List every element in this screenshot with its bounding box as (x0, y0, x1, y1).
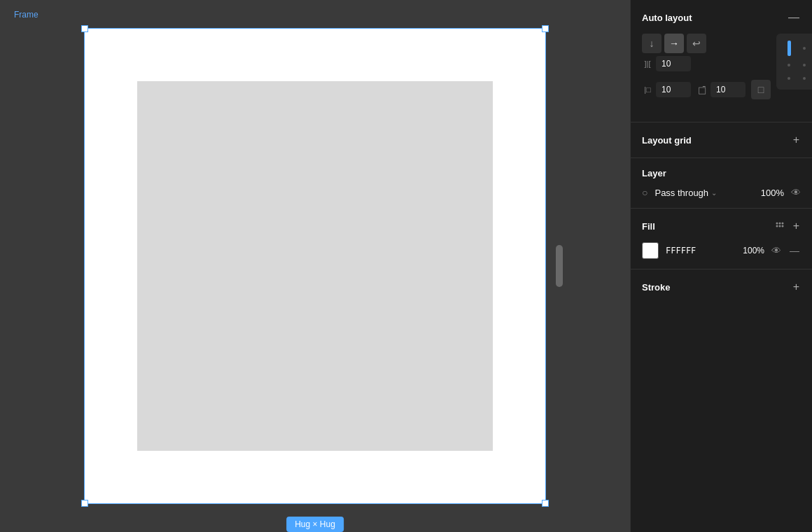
layer-controls-row: ○ Pass through ⌄ 100% 👁 (642, 187, 801, 198)
layer-header: Layer (642, 168, 801, 178)
layout-grid-title: Layout grid (642, 135, 692, 146)
frame-container: Hug × Hug (84, 28, 546, 504)
opacity-value: 100% (761, 188, 784, 198)
gap-row: ]|[ (642, 56, 771, 71)
frame-outer[interactable] (84, 28, 546, 504)
fill-controls-row: FFFFFF 100% 👁 — (642, 242, 801, 259)
auto-layout-title: Auto layout (642, 13, 692, 23)
wrap-icon: ↩ (692, 38, 701, 49)
direction-right-button[interactable]: → (664, 34, 684, 53)
padding-top-group: □̄ (696, 82, 746, 97)
stroke-header: Stroke + (642, 279, 801, 295)
fill-remove-button[interactable]: — (788, 244, 801, 258)
layout-grid-add-button[interactable]: + (792, 132, 801, 148)
padding-left-group: |□ (642, 82, 691, 97)
gap-input[interactable] (656, 56, 691, 71)
fill-visibility-icon[interactable]: 👁 (771, 245, 781, 256)
scroll-indicator[interactable] (556, 245, 563, 287)
svg-point-5 (781, 225, 783, 227)
layer-title: Layer (642, 168, 666, 178)
hug-label: Hug × Hug (286, 517, 344, 532)
arrow-right-icon: → (669, 38, 679, 49)
handle-top-right[interactable] (542, 25, 549, 32)
layer-section: Layer ○ Pass through ⌄ 100% 👁 (631, 158, 812, 209)
padding-top-icon: □̄ (696, 85, 708, 95)
svg-point-2 (781, 223, 783, 225)
padding-left-input[interactable] (656, 82, 691, 97)
svg-point-0 (776, 223, 778, 225)
canvas: Frame Hug × Hug (0, 0, 630, 532)
stroke-add-button[interactable]: + (792, 279, 801, 295)
direction-down-button[interactable]: ↓ (642, 34, 662, 53)
handle-bottom-right[interactable] (542, 500, 549, 507)
frame-label: Frame (14, 10, 38, 20)
fill-style-button[interactable] (774, 220, 786, 232)
blend-circle-icon: ○ (642, 187, 648, 198)
gap-icon: ]|[ (642, 59, 653, 68)
alignment-grid[interactable] (776, 34, 812, 90)
chevron-down-icon: ⌄ (711, 189, 717, 197)
plus-icon: + (793, 220, 799, 232)
auto-layout-header: Auto layout — (642, 10, 801, 25)
layout-grid-header: Layout grid + (642, 132, 801, 148)
plus-icon: + (793, 281, 799, 293)
handle-bottom-left[interactable] (81, 500, 88, 507)
fill-header: Fill + (642, 218, 801, 234)
fill-section: Fill + FFFFFF (631, 209, 812, 270)
frame-inner-content (137, 81, 493, 451)
plus-icon: + (793, 134, 799, 146)
svg-point-1 (778, 223, 780, 225)
minus-icon: — (788, 11, 799, 24)
stroke-section: Stroke + (631, 270, 812, 304)
gap-input-group: ]|[ (642, 56, 771, 71)
visibility-eye-icon[interactable]: 👁 (791, 187, 801, 198)
blend-mode-dropdown[interactable]: Pass through ⌄ (654, 188, 753, 198)
arrow-down-icon: ↓ (650, 38, 654, 49)
fill-title: Fill (642, 221, 655, 232)
blend-mode-label: Pass through (654, 188, 708, 198)
svg-point-4 (778, 225, 780, 227)
fill-color-swatch[interactable] (642, 242, 659, 259)
fill-color-hex: FFFFFF (666, 246, 736, 255)
dots-grid-icon (775, 221, 785, 231)
padding-more-button[interactable]: □ (751, 80, 771, 99)
auto-layout-collapse-button[interactable]: — (787, 10, 801, 25)
handle-top-left[interactable] (81, 25, 88, 32)
svg-point-3 (776, 225, 778, 227)
wrap-button[interactable]: ↩ (687, 34, 706, 53)
stroke-title: Stroke (642, 282, 670, 293)
padding-row: |□ □̄ □ (642, 80, 771, 99)
padding-left-icon: |□ (642, 85, 653, 94)
right-panel: Auto layout — ↓ → ↩ (630, 0, 812, 532)
fill-opacity-value: 100% (743, 246, 764, 255)
layout-grid-section: Layout grid + (631, 122, 812, 158)
fill-add-button[interactable]: + (792, 218, 801, 234)
auto-layout-section: Auto layout — ↓ → ↩ (631, 0, 812, 122)
padding-top-input[interactable] (710, 82, 746, 97)
